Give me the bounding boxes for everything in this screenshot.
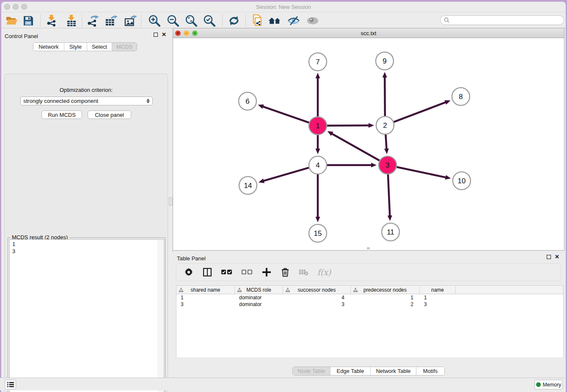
- import-network-icon[interactable]: [45, 15, 58, 27]
- tab-edge-table[interactable]: Edge Table: [330, 367, 370, 375]
- home-networks-icon[interactable]: [268, 15, 281, 27]
- delete-column-icon[interactable]: [280, 267, 291, 278]
- arrowhead-2-9: [383, 72, 387, 77]
- settings-gear-icon[interactable]: [183, 267, 194, 278]
- refresh-icon[interactable]: [228, 15, 240, 27]
- export-table-icon[interactable]: [105, 15, 118, 27]
- column-header-MCDS-role[interactable]: MCDS role: [235, 286, 283, 294]
- network-window-title: scc.txt: [173, 30, 564, 36]
- arrowhead-2-8: [445, 100, 451, 105]
- edge-3-10[interactable]: [397, 167, 446, 178]
- tab-node-table[interactable]: Node Table: [293, 367, 330, 375]
- table-tabs: Node TableEdge TableNetwork TableMotifs: [173, 367, 564, 375]
- close-panel-icon[interactable]: ✕: [162, 33, 166, 37]
- tab-network-table[interactable]: Network Table: [370, 367, 416, 375]
- window-titlebar: Session: New Session: [1, 2, 566, 12]
- edge-3-1[interactable]: [331, 133, 380, 160]
- result-scrollbar[interactable]: [157, 240, 163, 392]
- close-panel-button[interactable]: Close panel: [88, 110, 131, 119]
- arrowhead-3-10: [445, 175, 451, 180]
- edge-2-3[interactable]: [385, 135, 386, 149]
- control-panel: Control Panel ✕ NetworkStyleSelectMCDS O…: [1, 28, 171, 379]
- tab-network[interactable]: Network: [33, 43, 64, 51]
- mcds-panel: Optimization criterion: strongly connect…: [4, 74, 168, 392]
- column-header-predecessor-nodes[interactable]: predecessor nodes: [351, 286, 420, 294]
- status-bar: Memory: [0, 378, 564, 390]
- cell-MCDS-role: dominator: [235, 301, 283, 308]
- open-folder-icon[interactable]: [6, 15, 18, 27]
- network-view-window: ✕ − + scc.txt 7968124314101511: [173, 28, 564, 251]
- node-label-1: 1: [316, 122, 319, 130]
- node-label-6: 6: [245, 97, 249, 105]
- add-column-icon[interactable]: [261, 267, 272, 278]
- zoom-in-icon[interactable]: [148, 15, 161, 27]
- edge-1-2[interactable]: [327, 125, 369, 126]
- memory-status-icon: [536, 382, 541, 387]
- select-all-icon[interactable]: [220, 267, 233, 278]
- memory-button[interactable]: Memory: [534, 380, 563, 389]
- tab-style[interactable]: Style: [64, 43, 87, 51]
- table-toolbar: f(x): [176, 263, 561, 281]
- zoom-selected-icon[interactable]: [203, 15, 216, 27]
- node-label-14: 14: [244, 182, 252, 190]
- clone-network-icon[interactable]: [251, 15, 264, 27]
- optimization-criterion-label: Optimization criterion:: [5, 87, 168, 93]
- float-table-panel-icon[interactable]: [547, 255, 551, 259]
- column-header-shared-name[interactable]: shared name: [176, 286, 235, 294]
- canvas-grippy[interactable]: [367, 247, 370, 249]
- export-image-icon[interactable]: [124, 15, 137, 27]
- delete-table-icon[interactable]: [298, 267, 309, 278]
- search-input[interactable]: [451, 17, 553, 23]
- run-mcds-button[interactable]: Run MCDS: [41, 110, 82, 119]
- network-graph-canvas[interactable]: 7968124314101511: [173, 38, 564, 250]
- node-table[interactable]: shared nameMCDS rolesuccessor nodesprede…: [176, 285, 564, 357]
- zoom-out-icon[interactable]: [167, 15, 179, 27]
- zoom-fit-icon[interactable]: [185, 15, 198, 27]
- main-toolbar: [1, 12, 566, 28]
- mcds-result-group: MCDS result (2 nodes) 13: [8, 237, 165, 392]
- table-header-row: shared nameMCDS rolesuccessor nodesprede…: [176, 286, 563, 294]
- node-label-9: 9: [383, 57, 386, 65]
- export-network-icon[interactable]: [87, 15, 99, 27]
- save-icon[interactable]: [22, 15, 35, 27]
- hide-eye-icon[interactable]: [287, 15, 300, 27]
- chevron-up-down-icon: [146, 99, 150, 103]
- column-header-successor-nodes[interactable]: successor nodes: [283, 286, 351, 294]
- edge-2-8[interactable]: [394, 102, 446, 122]
- arrowhead-3-11: [388, 215, 392, 221]
- cell-shared-name: 3: [176, 301, 235, 308]
- control-panel-title: Control Panel: [5, 32, 38, 40]
- search-field[interactable]: [440, 15, 564, 25]
- arrowhead-4-3: [371, 163, 377, 168]
- show-eye-icon[interactable]: [306, 15, 319, 27]
- cell-shared-name: 1: [176, 294, 235, 301]
- tab-mcds[interactable]: MCDS: [112, 43, 137, 51]
- divider-grippy[interactable]: [169, 197, 173, 206]
- edge-3-11[interactable]: [388, 174, 390, 216]
- table-row[interactable]: 1dominator411: [176, 294, 563, 301]
- edge-1-6[interactable]: [262, 106, 309, 123]
- list-icon: [7, 382, 14, 387]
- tab-motifs[interactable]: Motifs: [416, 367, 444, 375]
- column-header-name[interactable]: name: [420, 286, 456, 294]
- mcds-result-textarea[interactable]: 13: [9, 239, 164, 392]
- edge-4-14[interactable]: [263, 168, 309, 181]
- edge-2-9[interactable]: [385, 77, 385, 116]
- node-label-15: 15: [314, 229, 322, 237]
- result-line: 3: [12, 248, 164, 255]
- deselect-all-icon[interactable]: [241, 267, 253, 278]
- column-layout-icon[interactable]: [202, 267, 213, 278]
- table-row[interactable]: 3dominator323: [176, 301, 563, 308]
- float-panel-icon[interactable]: [154, 33, 158, 37]
- close-table-panel-icon[interactable]: ✕: [555, 255, 559, 259]
- node-label-2: 2: [383, 121, 387, 130]
- optimization-criterion-dropdown[interactable]: strongly connected component: [20, 97, 153, 105]
- cell-successor-nodes: 3: [283, 301, 351, 308]
- arrowhead-4-15: [316, 217, 320, 222]
- node-label-4: 4: [316, 161, 319, 169]
- node-label-11: 11: [387, 228, 394, 236]
- task-history-button[interactable]: [5, 380, 16, 389]
- dropdown-value: strongly connected component: [23, 98, 98, 104]
- tab-select[interactable]: Select: [87, 43, 112, 51]
- import-table-icon[interactable]: [65, 15, 78, 27]
